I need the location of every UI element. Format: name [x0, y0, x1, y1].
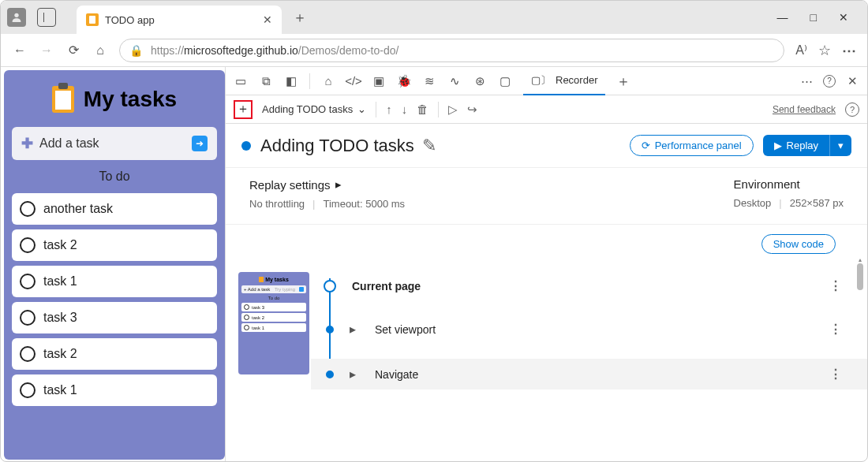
forward-button: → [39, 43, 54, 58]
browser-menu-icon[interactable]: ⋯ [842, 42, 856, 59]
step-menu-icon[interactable]: ⋮ [823, 322, 848, 337]
device-icon[interactable]: ⧉ [259, 74, 273, 88]
timeline: Current page ⋮ ▸ Set viewport ⋮ ▸ Naviga… [324, 272, 848, 389]
more-tabs-button[interactable]: ＋ [616, 72, 630, 91]
checkbox-icon[interactable] [20, 310, 36, 326]
application-icon[interactable]: ▢ [498, 74, 512, 88]
dock-icon[interactable]: ◧ [284, 74, 298, 88]
performance-panel-button[interactable]: ⟳ Performance panel [630, 135, 754, 156]
checkbox-icon[interactable] [20, 201, 36, 217]
workspaces-icon[interactable] [37, 8, 56, 27]
section-todo-label: To do [12, 166, 217, 187]
url-text: https://microsoftedge.github.io/Demos/de… [151, 44, 774, 57]
home-button[interactable]: ⌂ [92, 43, 108, 58]
inspect-icon[interactable]: ▭ [234, 74, 248, 88]
task-item[interactable]: task 1 [12, 266, 217, 297]
new-recording-button[interactable]: ＋ [234, 100, 253, 119]
task-item[interactable]: task 2 [12, 338, 217, 370]
task-item[interactable]: another task [12, 193, 217, 225]
recorder-toolbar: ＋ Adding TODO tasks ⌄ ↑ ↓ 🗑 ▷ ↪ Send fee… [226, 95, 867, 124]
edit-title-icon[interactable]: ✎ [422, 136, 436, 156]
submit-arrow-icon[interactable]: ➜ [192, 136, 208, 151]
recording-selector[interactable]: Adding TODO tasks ⌄ [262, 103, 366, 115]
todo-heading: My tasks [84, 87, 177, 112]
show-code-button[interactable]: Show code [761, 234, 836, 254]
step-icon[interactable]: ↪ [467, 102, 477, 117]
devtools-panel: ▭ ⧉ ◧ ⌂ </> ▣ 🐞 ≋ ∿ ⊛ ▢ ▢〕 Recorder ＋ ⋯ … [225, 67, 867, 462]
step-menu-icon[interactable]: ⋮ [823, 367, 848, 382]
welcome-icon[interactable]: ⌂ [321, 74, 335, 88]
recording-body: Show code My tasks + Add a task Try typi… [226, 225, 867, 462]
gauge-icon: ⟳ [642, 140, 650, 151]
delete-icon[interactable]: 🗑 [417, 102, 428, 116]
timeout-value: Timeout: 5000 ms [323, 198, 405, 210]
task-item[interactable]: task 1 [12, 374, 217, 406]
step-navigate[interactable]: ▸ Navigate ⋮ [311, 359, 867, 389]
toolbar-help-icon[interactable]: ? [845, 102, 859, 117]
sources-icon[interactable]: 🐞 [397, 74, 411, 88]
chevron-down-icon: ⌄ [357, 103, 366, 115]
task-item[interactable]: task 2 [12, 229, 217, 261]
window-close-button[interactable]: ✕ [839, 11, 848, 24]
tab-close-icon[interactable]: ✕ [263, 13, 272, 26]
memory-icon[interactable]: ⊛ [473, 74, 487, 88]
recorder-tab[interactable]: ▢〕 Recorder [523, 67, 605, 95]
refresh-button[interactable]: ⟳ [65, 43, 81, 58]
console-icon[interactable]: ▣ [372, 74, 386, 88]
step-set-viewport[interactable]: ▸ Set viewport ⋮ [324, 315, 848, 359]
scrollbar[interactable] [856, 256, 864, 304]
tab-title: TODO app [105, 14, 263, 26]
browser-tab[interactable]: TODO app ✕ [77, 6, 282, 34]
todo-app: My tasks ✚ Add a task ➜ To do another ta… [4, 70, 225, 460]
step-menu-icon[interactable]: ⋮ [823, 278, 848, 293]
window-controls: — □ ✕ [777, 11, 861, 24]
step-current-page[interactable]: Current page ⋮ [324, 272, 848, 315]
triangle-right-icon: ▸ [335, 177, 342, 192]
back-button[interactable]: ← [12, 43, 28, 58]
new-tab-button[interactable]: ＋ [293, 8, 307, 27]
todo-header: My tasks [12, 78, 217, 121]
devtools-menu-icon[interactable]: ⋯ [799, 74, 814, 88]
environment-value: Desktop [734, 197, 772, 209]
address-bar: ← → ⟳ ⌂ 🔒 https://microsoftedge.github.i… [1, 34, 867, 67]
recording-status-dot-icon [241, 141, 251, 151]
network-icon[interactable]: ≋ [422, 74, 436, 88]
replay-dropdown-button[interactable]: ▾ [829, 135, 851, 156]
viewport-value: 252×587 px [790, 197, 844, 209]
minimize-button[interactable]: — [777, 11, 788, 24]
recording-thumbnail: My tasks + Add a task Try typing To do t… [238, 272, 309, 374]
profile-icon[interactable] [7, 8, 26, 27]
devtools-close-icon[interactable]: ✕ [845, 74, 859, 88]
svg-point-0 [14, 13, 18, 17]
checkbox-icon[interactable] [20, 237, 36, 253]
performance-icon[interactable]: ∿ [447, 74, 462, 88]
add-task-input[interactable]: ✚ Add a task ➜ [12, 127, 217, 160]
checkbox-icon[interactable] [20, 274, 36, 289]
url-box[interactable]: 🔒 https://microsoftedge.github.io/Demos/… [119, 39, 784, 62]
add-task-label: Add a task [39, 136, 185, 151]
favorite-icon[interactable]: ☆ [818, 42, 831, 59]
clipboard-icon [52, 86, 74, 113]
lock-icon: 🔒 [129, 44, 143, 57]
recording-settings: Replay settings ▸ No throttling | Timeou… [226, 168, 867, 225]
checkbox-icon[interactable] [20, 346, 36, 362]
task-item[interactable]: task 3 [12, 302, 217, 333]
titlebar: TODO app ✕ ＋ — □ ✕ [1, 1, 867, 34]
plus-icon: ✚ [21, 135, 33, 152]
import-icon[interactable]: ↑ [386, 102, 392, 116]
replay-button[interactable]: ▶ Replay [763, 135, 829, 156]
export-icon[interactable]: ↓ [402, 102, 408, 116]
checkbox-icon[interactable] [20, 382, 36, 398]
send-feedback-link[interactable]: Send feedback [773, 104, 836, 115]
devtools-tabs: ▭ ⧉ ◧ ⌂ </> ▣ 🐞 ≋ ∿ ⊛ ▢ ▢〕 Recorder ＋ ⋯ … [226, 67, 867, 95]
environment-label: Environment [734, 177, 844, 191]
devtools-help-icon[interactable]: ? [823, 75, 836, 88]
read-aloud-icon[interactable]: A⁾ [795, 43, 807, 58]
throttling-value: No throttling [249, 198, 305, 210]
play-icon[interactable]: ▷ [448, 102, 458, 117]
replay-settings-label[interactable]: Replay settings ▸ [249, 177, 405, 192]
triangle-right-icon: ▸ [350, 367, 356, 382]
maximize-button[interactable]: □ [810, 11, 817, 24]
recording-title: Adding TODO tasks ✎ [260, 136, 620, 156]
elements-icon[interactable]: </> [346, 74, 361, 88]
